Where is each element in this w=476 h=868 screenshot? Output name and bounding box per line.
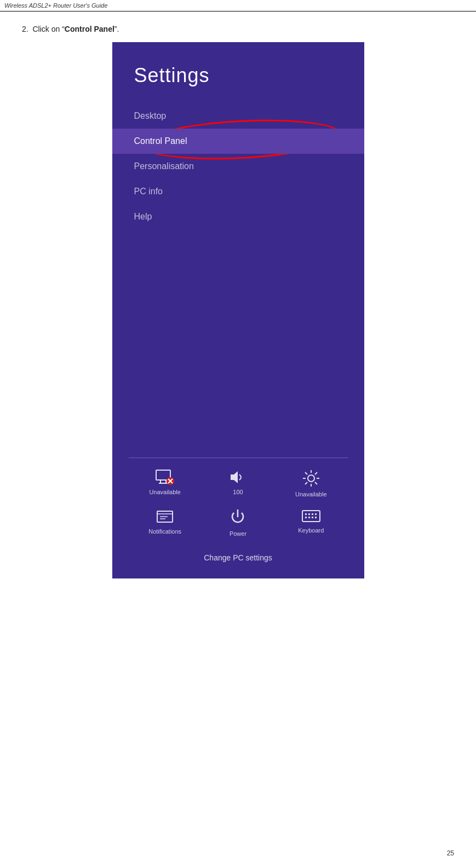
settings-title: Settings <box>112 64 364 103</box>
brightness-icon <box>302 469 320 488</box>
menu-item-personalisation[interactable]: Personalisation <box>112 154 364 179</box>
menu-item-help[interactable]: Help <box>112 204 364 229</box>
toolbar-item-volume[interactable]: 100 <box>213 469 262 495</box>
power-icon <box>230 508 246 527</box>
toolbar-row-1: Unavailable 100 <box>129 469 348 497</box>
svg-line-14 <box>315 482 317 484</box>
svg-rect-30 <box>315 517 317 518</box>
notifications-label: Notifications <box>148 528 181 535</box>
change-pc-settings-button[interactable]: Change PC settings <box>129 548 348 573</box>
svg-rect-29 <box>312 517 313 518</box>
power-label: Power <box>230 530 246 537</box>
toolbar-item-monitor[interactable]: Unavailable <box>140 469 190 495</box>
notifications-icon <box>156 508 174 525</box>
svg-line-16 <box>305 482 307 484</box>
toolbar-item-keyboard[interactable]: Keyboard <box>286 508 336 534</box>
header-title: Wireless ADSL2+ Router User's Guide <box>4 2 107 9</box>
instruction-text: 2. Click on “Control Panel”. <box>0 11 476 42</box>
volume-icon <box>228 469 247 485</box>
bottom-toolbar: Unavailable 100 <box>112 447 364 578</box>
svg-rect-23 <box>305 513 307 515</box>
monitor-label: Unavailable <box>149 489 180 495</box>
svg-line-15 <box>315 472 317 474</box>
svg-rect-28 <box>308 517 310 518</box>
toolbar-row-2: Notifications Power <box>129 508 348 537</box>
toolbar-item-notifications[interactable]: Notifications <box>140 508 190 535</box>
page-number: 25 <box>447 849 454 857</box>
screenshot-wrapper: Settings Desktop Control Panel Personali… <box>0 42 476 578</box>
monitor-unavailable-icon <box>155 469 175 485</box>
svg-rect-25 <box>312 513 313 515</box>
svg-rect-24 <box>308 513 310 515</box>
control-panel-reference: Control Panel <box>65 25 114 33</box>
svg-rect-27 <box>305 517 307 518</box>
menu-item-control-panel[interactable]: Control Panel <box>112 129 364 154</box>
keyboard-label: Keyboard <box>298 527 324 534</box>
svg-point-8 <box>308 475 314 482</box>
step-number: 2. <box>22 25 28 33</box>
brightness-label: Unavailable <box>295 491 326 497</box>
menu-item-pc-info[interactable]: PC info <box>112 179 364 204</box>
settings-panel: Settings Desktop Control Panel Personali… <box>112 42 364 578</box>
svg-rect-22 <box>302 511 320 522</box>
keyboard-icon <box>301 508 321 524</box>
svg-rect-26 <box>315 513 317 515</box>
svg-marker-7 <box>231 471 238 483</box>
menu-item-desktop[interactable]: Desktop <box>112 103 364 129</box>
toolbar-divider <box>129 458 348 458</box>
page-header: Wireless ADSL2+ Router User's Guide <box>0 0 476 11</box>
toolbar-item-power[interactable]: Power <box>213 508 262 537</box>
svg-line-13 <box>305 472 307 474</box>
toolbar-item-brightness[interactable]: Unavailable <box>286 469 336 497</box>
volume-label: 100 <box>233 489 243 495</box>
